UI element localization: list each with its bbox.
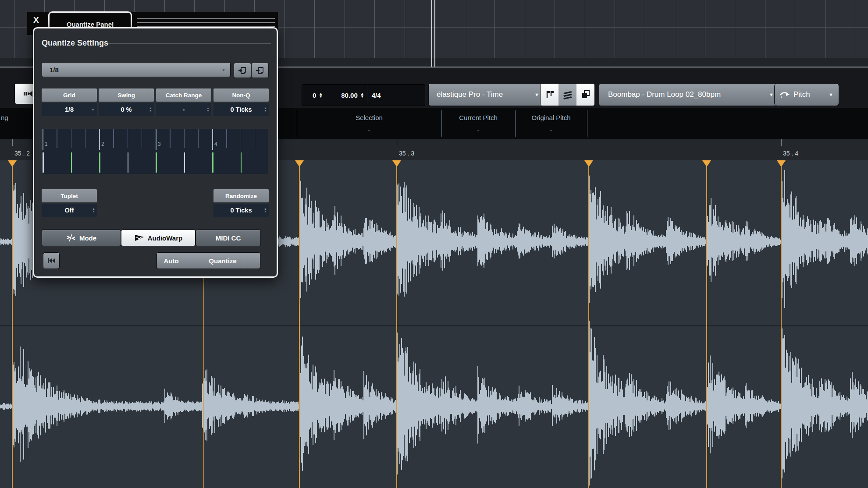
clip-dropdown-value: Boombap - Drum Loop 02_80bpm: [608, 90, 721, 99]
current-pitch-value: -: [441, 127, 515, 134]
spinner-down-icon[interactable]: ▼: [92, 210, 95, 213]
spinner-down-icon[interactable]: ▼: [264, 210, 267, 213]
swing-column-header: Swing: [99, 88, 154, 102]
warp-marker-handle[interactable]: [295, 160, 304, 167]
tempo-stepper[interactable]: ▲ ▼: [360, 92, 364, 98]
stacked-clips-icon: [581, 90, 591, 99]
close-icon[interactable]: X: [33, 15, 39, 25]
midi-cc-button[interactable]: MIDI CC: [196, 230, 261, 246]
grid-vertical-line: [615, 0, 615, 58]
clipped-label-fragment: ng: [1, 114, 8, 121]
info-separator: [587, 110, 587, 137]
audiowarp-button[interactable]: AudioWarp: [121, 230, 196, 246]
chevron-down-icon[interactable]: ▼: [91, 108, 95, 112]
grid-vertical-line: [705, 0, 705, 58]
clip-dropdown[interactable]: Boombap - Drum Loop 02_80bpm ▼: [599, 83, 779, 106]
tuplet-label: Tuplet: [60, 193, 78, 199]
lanes-toggle[interactable]: [559, 84, 576, 106]
swing-value-field[interactable]: 0 % ▲ ▼: [99, 103, 154, 116]
grid-vertical-line: [855, 0, 855, 58]
save-preset-button[interactable]: [234, 63, 251, 78]
project-cursor[interactable]: [434, 0, 435, 67]
randomize-stepper[interactable]: ▲ ▼: [264, 208, 267, 213]
grid-beat-number: 4: [214, 141, 217, 147]
warp-marker-handle[interactable]: [702, 160, 711, 167]
non-q-value-field[interactable]: 0 Ticks ▲ ▼: [213, 103, 269, 116]
swing-stepper[interactable]: ▲ ▼: [149, 107, 152, 112]
warp-marker-handle[interactable]: [8, 160, 17, 167]
reset-button[interactable]: [43, 252, 60, 269]
warp-marker-line[interactable]: [299, 160, 300, 488]
grid-vertical-line: [735, 0, 735, 58]
swing-value: 0 %: [121, 106, 132, 113]
non-q-stepper[interactable]: ▲ ▼: [264, 107, 267, 112]
grid-value-dropdown[interactable]: 1/8 ▼: [42, 103, 97, 116]
project-cursor[interactable]: [431, 0, 432, 67]
grip-line: [137, 18, 275, 19]
tempo-value[interactable]: 80.00: [341, 92, 358, 99]
warp-marker-handle[interactable]: [777, 160, 786, 167]
warp-marker-line[interactable]: [588, 160, 589, 488]
warp-marker-line[interactable]: [706, 160, 707, 488]
grid-vertical-line: [405, 0, 405, 58]
spinner-down-icon[interactable]: ▼: [319, 95, 323, 98]
algorithm-dropdown[interactable]: élastique Pro - Time ▼: [428, 83, 545, 106]
offset-value[interactable]: 0: [313, 92, 316, 99]
catch-range-value-field[interactable]: - ▲ ▼: [156, 103, 211, 116]
grid-eighth-note-line: [212, 152, 213, 173]
grid-beat-line: [212, 129, 213, 150]
audiowarp-button-label: AudioWarp: [148, 234, 182, 242]
grid-eighth-note-line: [241, 152, 242, 173]
mode-button[interactable]: Mode: [42, 230, 121, 246]
quantize-apply-button[interactable]: Quantize: [185, 252, 260, 269]
grid-vertical-line: [345, 0, 345, 58]
grid-beat-line: [43, 129, 43, 150]
ruler-bar-beat-label: 35 . 3: [399, 150, 414, 157]
clip-stack-toggle[interactable]: [576, 84, 594, 106]
remove-preset-icon: [255, 67, 265, 74]
tuplet-header: Tuplet: [42, 189, 97, 202]
spinner-down-icon[interactable]: ▼: [206, 110, 210, 112]
catch-range-stepper[interactable]: ▲ ▼: [206, 107, 210, 112]
warp-marker-handle[interactable]: [392, 160, 401, 167]
time-signature-value[interactable]: 4/4: [372, 92, 381, 99]
tuplet-value: Off: [65, 207, 74, 214]
randomize-value-field[interactable]: 0 Ticks ▲ ▼: [213, 204, 269, 217]
auto-button[interactable]: Auto: [157, 252, 186, 269]
grid-vertical-line: [765, 0, 765, 58]
spinner-down-icon[interactable]: ▼: [264, 110, 267, 112]
heading-rule: [108, 43, 271, 44]
flag-markers-toggle[interactable]: [541, 84, 559, 106]
pitch-button[interactable]: Pitch ▼: [774, 83, 839, 106]
grid-beat-line: [156, 129, 157, 150]
spinner-down-icon[interactable]: ▼: [149, 110, 152, 112]
pitch-button-label: Pitch: [793, 90, 810, 99]
swing-header-label: Swing: [117, 92, 135, 99]
spinner-down-icon[interactable]: ▼: [360, 95, 364, 98]
audiowarp-icon: [134, 233, 145, 242]
remove-preset-button[interactable]: [251, 63, 269, 78]
view-toggle-group: [540, 83, 595, 106]
tuplet-stepper[interactable]: ▲ ▼: [92, 208, 95, 213]
non-q-value: 0 Ticks: [231, 106, 252, 113]
warp-marker-handle[interactable]: [584, 160, 593, 167]
grid-beat-number: 1: [45, 141, 48, 147]
quantize-panel: X Quantize Panel Quantize Settings 1/8 ▼: [27, 9, 279, 278]
warp-marker-line[interactable]: [781, 160, 782, 488]
warp-marker-line[interactable]: [12, 160, 13, 488]
sample-editor-window: 0 ▲ ▼ 80.00 ▲ ▼ 4/4 élastique Pro - Time…: [0, 0, 868, 488]
tuplet-value-field[interactable]: Off ▲ ▼: [42, 204, 97, 217]
warp-marker-line[interactable]: [396, 160, 397, 488]
offset-stepper[interactable]: ▲ ▼: [319, 92, 323, 98]
grid-eighth-note-line: [43, 152, 44, 173]
grid-vertical-line: [465, 0, 465, 58]
original-pitch-value: -: [515, 127, 587, 134]
algorithm-dropdown-value: élastique Pro - Time: [437, 90, 503, 99]
flag-markers-icon: [545, 90, 555, 99]
grid-vertical-line: [374, 0, 375, 58]
catch-range-column-header: Catch Range: [156, 88, 211, 102]
grid-subdivision-line: [198, 129, 199, 148]
skip-to-start-icon: [47, 258, 55, 264]
grid-eighth-note-line: [71, 152, 72, 173]
quantize-preset-dropdown[interactable]: 1/8 ▼: [42, 62, 231, 77]
